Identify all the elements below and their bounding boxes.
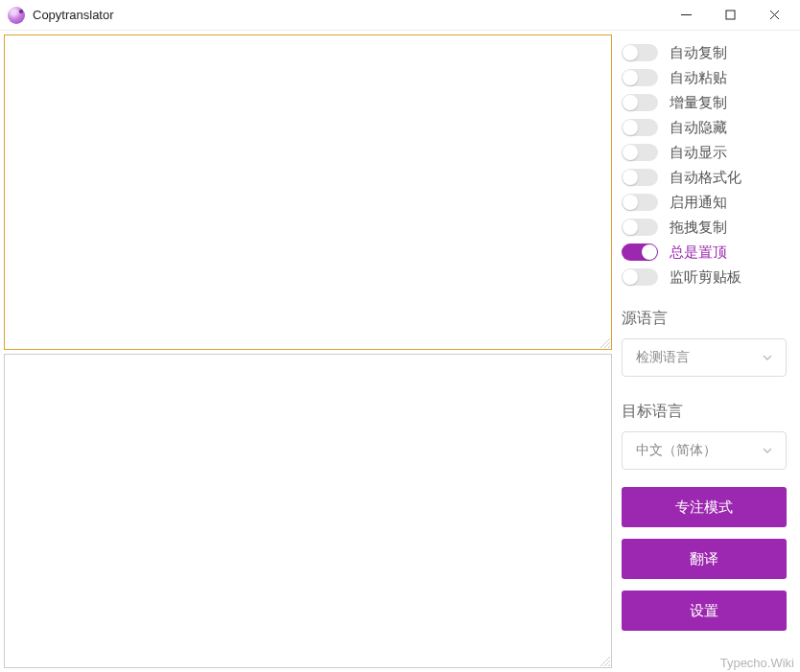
toggle-row: 自动隐藏 bbox=[622, 115, 787, 140]
toggle-row: 自动粘贴 bbox=[622, 65, 787, 90]
toggle-switch[interactable] bbox=[622, 94, 658, 111]
toggle-switch[interactable] bbox=[622, 144, 658, 161]
window-title: Copytranslator bbox=[33, 8, 114, 22]
chevron-down-icon bbox=[763, 353, 772, 362]
toggle-switch[interactable] bbox=[622, 44, 658, 61]
target-lang-label: 目标语言 bbox=[622, 402, 787, 422]
settings-button[interactable]: 设置 bbox=[622, 591, 787, 631]
focus-mode-button[interactable]: 专注模式 bbox=[622, 487, 787, 527]
toggle-switch[interactable] bbox=[622, 69, 658, 86]
toggle-row: 自动显示 bbox=[622, 140, 787, 165]
toggle-switch[interactable] bbox=[622, 268, 658, 286]
toggle-row: 拖拽复制 bbox=[622, 215, 787, 240]
text-panels bbox=[0, 31, 616, 672]
translate-button[interactable]: 翻译 bbox=[622, 539, 787, 579]
minimize-button[interactable] bbox=[664, 1, 708, 30]
toggle-switch[interactable] bbox=[622, 194, 658, 211]
toggle-label: 自动格式化 bbox=[670, 169, 741, 187]
settings-panel: 自动复制自动粘贴增量复制自动隐藏自动显示自动格式化启用通知拖拽复制总是置顶监听剪… bbox=[616, 31, 800, 672]
toggle-label: 监听剪贴板 bbox=[670, 268, 741, 287]
toggle-label: 总是置顶 bbox=[670, 243, 727, 262]
toggle-switch[interactable] bbox=[622, 169, 658, 186]
maximize-button[interactable] bbox=[708, 1, 752, 30]
source-lang-label: 源语言 bbox=[622, 309, 787, 329]
close-icon bbox=[769, 10, 780, 20]
close-button[interactable] bbox=[752, 1, 796, 30]
toggle-row: 自动格式化 bbox=[622, 165, 787, 190]
toggle-label: 自动显示 bbox=[670, 144, 727, 162]
source-textarea[interactable] bbox=[4, 35, 612, 350]
maximize-icon bbox=[725, 10, 736, 20]
toggle-label: 自动隐藏 bbox=[670, 119, 727, 137]
toggle-label: 启用通知 bbox=[670, 194, 727, 212]
toggle-row: 增量复制 bbox=[622, 90, 787, 115]
toggle-row: 启用通知 bbox=[622, 190, 787, 215]
toggle-label: 自动复制 bbox=[670, 44, 727, 62]
source-lang-value: 检测语言 bbox=[636, 349, 690, 366]
toggle-row: 监听剪贴板 bbox=[622, 265, 787, 290]
toggle-switch[interactable] bbox=[622, 219, 658, 236]
source-lang-select[interactable]: 检测语言 bbox=[622, 338, 787, 377]
toggle-switch[interactable] bbox=[622, 243, 658, 261]
toggle-label: 自动粘贴 bbox=[670, 69, 727, 87]
toggle-row: 自动复制 bbox=[622, 40, 787, 65]
target-lang-value: 中文（简体） bbox=[636, 442, 717, 459]
titlebar: Copytranslator bbox=[0, 0, 800, 31]
toggle-label: 增量复制 bbox=[670, 94, 727, 112]
chevron-down-icon bbox=[763, 446, 772, 455]
minimize-icon bbox=[681, 10, 692, 20]
toggle-row: 总是置顶 bbox=[622, 240, 787, 265]
app-icon bbox=[8, 7, 25, 24]
svg-rect-1 bbox=[726, 11, 735, 19]
toggle-label: 拖拽复制 bbox=[670, 219, 727, 237]
target-textarea[interactable] bbox=[4, 354, 612, 669]
target-lang-select[interactable]: 中文（简体） bbox=[622, 431, 787, 470]
toggle-switch[interactable] bbox=[622, 119, 658, 136]
